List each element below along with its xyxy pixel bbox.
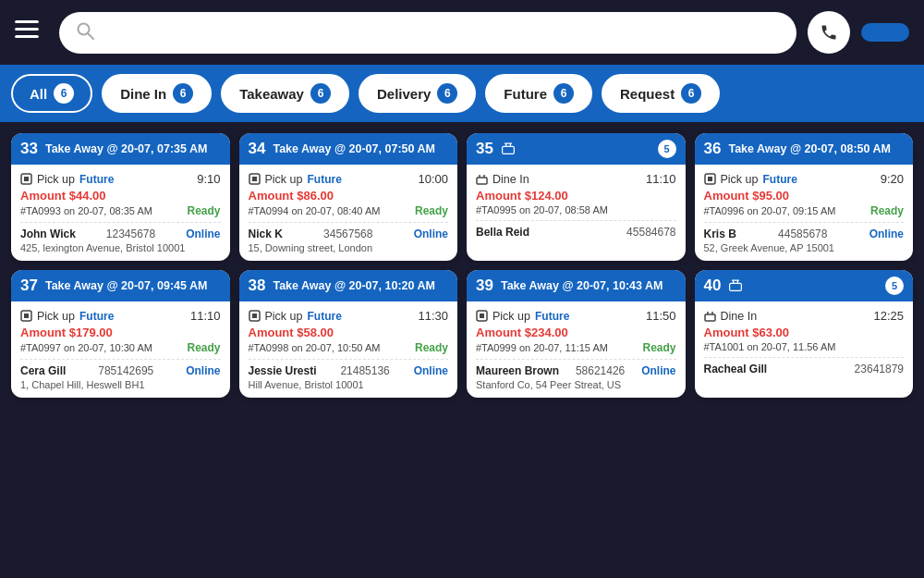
card-body: Pick up Future 11:10 Amount $179.00 #TA0…: [11, 301, 230, 398]
card-header: 36 Take Away @ 20-07, 08:50 AM: [695, 133, 914, 165]
order-id: #TA0999 on 20-07, 11:15 AM: [476, 342, 608, 353]
dine-in-icon: [728, 277, 743, 295]
card-body: Pick up Future 9:20 Amount $95.00 #TA099…: [695, 165, 914, 261]
svg-rect-13: [477, 178, 487, 184]
customer-address: 15, Downing street, London: [249, 242, 449, 253]
order-id-row: #TA0993 on 20-07, 08:35 AM Ready: [20, 204, 221, 217]
card-header: 38 Take Away @ 20-07, 10:20 AM: [239, 270, 458, 301]
customer-name: Racheal Gill: [704, 363, 768, 375]
order-card-36[interactable]: 36 Take Away @ 20-07, 08:50 AM Pick up F…: [695, 133, 914, 261]
order-id: #TA1001 on 20-07, 11.56 AM: [704, 341, 836, 352]
online-status: Online: [186, 364, 220, 377]
customer-row: Cera Gill 785142695 Online: [20, 364, 221, 377]
divider: [704, 357, 905, 358]
customer-address: Stanford Co, 54 Peer Streat, US: [476, 379, 676, 390]
card-badge: 5: [885, 277, 904, 295]
order-amount: Amount $179.00: [20, 326, 221, 339]
divider: [476, 359, 676, 360]
customer-name: John Wick: [20, 228, 76, 240]
card-body: Pick up Future 11:30 Amount $58.00 #TA09…: [239, 301, 458, 398]
online-status: Online: [414, 364, 448, 377]
order-type: Dine In: [492, 173, 529, 186]
order-id: #TA0998 on 20-07, 10:50 AM: [249, 342, 381, 353]
divider: [249, 359, 449, 360]
customer-phone: 785142695: [98, 364, 153, 377]
customer-name: Kris B: [704, 228, 736, 240]
card-header: 33 Take Away @ 20-07, 07:35 AM: [11, 133, 230, 165]
card-header: 34 Take Away @ 20-07, 07:50 AM: [239, 133, 458, 165]
filter-tab-request[interactable]: Request6: [602, 74, 720, 113]
order-amount: Amount $63.00: [704, 326, 905, 339]
order-type: Dine In: [721, 310, 758, 323]
order-id: #TA0996 on 20-07, 09:15 AM: [704, 205, 836, 216]
card-title: Take Away @ 20-07, 07:50 AM: [273, 142, 448, 155]
order-card-34[interactable]: 34 Take Away @ 20-07, 07:50 AM Pick up F…: [239, 133, 458, 261]
card-badge: 5: [658, 140, 676, 158]
customer-phone: 21485136: [340, 364, 389, 377]
order-time: 12:25: [873, 309, 904, 323]
order-id-row: #TA0994 on 20-07, 08:40 AM Ready: [249, 204, 449, 217]
type-row: Pick up Future 9:10: [20, 172, 221, 186]
order-type: Pick up: [265, 310, 303, 323]
filter-tab-all[interactable]: All6: [11, 74, 92, 113]
filter-tab-takeaway[interactable]: Takeaway6: [221, 74, 349, 113]
card-header: 37 Take Away @ 20-07, 09:45 AM: [11, 270, 230, 301]
divider: [20, 359, 221, 360]
order-amount: Amount $95.00: [704, 189, 905, 203]
filter-bar: All6Dine In6Takeaway6Delivery6Future6Req…: [0, 65, 924, 122]
order-card-35[interactable]: 35 5 Dine In 11:10 Amount $124.00 #TA099…: [467, 133, 686, 261]
type-row: Pick up Future 11:10: [20, 309, 221, 323]
new-button[interactable]: [861, 23, 909, 42]
card-number: 40: [704, 277, 722, 295]
customer-phone: 45584678: [626, 226, 675, 239]
menu-icon[interactable]: [15, 20, 48, 44]
divider: [20, 222, 221, 223]
order-time: 11:10: [190, 309, 221, 323]
order-type: Pick up: [721, 173, 759, 186]
order-time: 11:30: [418, 309, 448, 323]
card-number: 36: [704, 140, 722, 158]
card-title: Take Away @ 20-07, 10:20 AM: [273, 279, 448, 292]
svg-rect-19: [24, 314, 29, 318]
search-input[interactable]: [103, 23, 780, 43]
order-card-33[interactable]: 33 Take Away @ 20-07, 07:35 AM Pick up F…: [11, 133, 230, 261]
order-time: 11:50: [646, 309, 676, 323]
order-amount: Amount $86.00: [249, 189, 449, 203]
customer-row: Bella Reid 45584678: [476, 226, 676, 239]
svg-rect-0: [15, 20, 39, 23]
filter-tab-future[interactable]: Future6: [485, 74, 592, 113]
customer-name: Cera Gill: [20, 364, 66, 377]
card-number: 33: [20, 140, 38, 158]
dine-in-icon: [501, 141, 516, 158]
card-header: 35 5: [467, 133, 686, 165]
card-number: 37: [20, 277, 38, 295]
svg-rect-2: [15, 35, 39, 38]
order-card-37[interactable]: 37 Take Away @ 20-07, 09:45 AM Pick up F…: [11, 270, 230, 398]
future-label: Future: [535, 310, 569, 323]
filter-tab-dine-in[interactable]: Dine In6: [102, 74, 212, 113]
order-amount: Amount $44.00: [20, 189, 221, 203]
svg-rect-28: [705, 314, 715, 321]
order-card-39[interactable]: 39 Take Away @ 20-07, 10:43 AM Pick up F…: [467, 270, 686, 398]
order-id-row: #TA0997 on 20-07, 10:30 AM Ready: [20, 341, 221, 354]
future-label: Future: [308, 310, 342, 323]
svg-rect-9: [503, 146, 515, 154]
search-icon: [76, 21, 94, 44]
card-number: 35: [476, 140, 493, 158]
future-label: Future: [763, 173, 797, 186]
card-number: 38: [249, 277, 266, 295]
order-card-40[interactable]: 40 5 Dine In 12:25 Amount $63.00 #TA1001…: [695, 270, 914, 398]
header: [0, 0, 924, 65]
order-id-row: #TA0996 on 20-07, 09:15 AM Ready: [704, 204, 905, 217]
filter-tab-delivery[interactable]: Delivery6: [359, 74, 476, 113]
order-card-38[interactable]: 38 Take Away @ 20-07, 10:20 AM Pick up F…: [239, 270, 458, 398]
card-body: Dine In 11:10 Amount $124.00 #TA0995 on …: [467, 165, 686, 246]
order-type: Pick up: [37, 310, 75, 323]
order-id-row: #TA0999 on 20-07, 11:15 AM Ready: [476, 341, 676, 354]
divider: [249, 222, 449, 223]
card-header: 40 5: [695, 270, 914, 301]
customer-name: Jessie Uresti: [249, 364, 317, 377]
customer-address: 1, Chapel Hill, Heswell BH1: [20, 379, 221, 390]
order-time: 9:20: [881, 172, 904, 186]
phone-button[interactable]: [808, 11, 850, 54]
